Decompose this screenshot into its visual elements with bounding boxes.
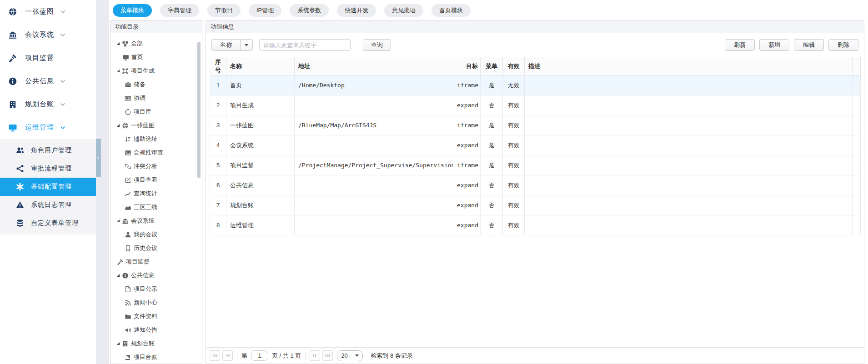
- bookmark-icon: [125, 245, 131, 252]
- tree-node-项目监督[interactable]: 项目监督: [110, 255, 202, 269]
- tree-node-通知公告[interactable]: 通知公告: [110, 323, 202, 337]
- table-row-7[interactable]: 7规划台账expand否有效: [210, 195, 861, 215]
- sidebar-subitem-label: 系统日志管理: [31, 201, 72, 209]
- sidebar-item-运维管理[interactable]: 运维管理: [0, 116, 96, 139]
- search-input[interactable]: [259, 39, 351, 51]
- share-icon: [16, 165, 24, 173]
- tree-node-我的会议[interactable]: 我的会议: [110, 228, 202, 241]
- column-header-序号: 序号: [210, 57, 226, 75]
- search-field-dropdown[interactable]: 名称: [211, 39, 253, 51]
- table-row-4[interactable]: 4会议系统expand是有效: [210, 135, 861, 155]
- tree-node-历史会议[interactable]: 历史会议: [110, 241, 202, 255]
- tab-意见批语[interactable]: 意见批语: [384, 4, 423, 17]
- prev-page-button[interactable]: [222, 350, 233, 361]
- tree-node-查询统计[interactable]: 查询统计: [110, 187, 202, 200]
- tree-node-项目台账[interactable]: 项目台账: [110, 350, 202, 364]
- tree-node-辅助选址[interactable]: 辅助选址: [110, 132, 202, 146]
- sidebar-subitem-自定义表单管理[interactable]: 自定义表单管理: [0, 214, 96, 232]
- sidebar-subitem-角色用户管理[interactable]: 角色用户管理: [0, 141, 96, 160]
- tree-expander-icon[interactable]: [117, 219, 120, 222]
- tree-expander-icon[interactable]: [117, 42, 120, 45]
- tree-scrollbar: [197, 35, 201, 361]
- tree-scrollbar-thumb[interactable]: [197, 42, 201, 178]
- tree-node-协调[interactable]: 协调: [110, 91, 202, 105]
- sidebar-subitem-label: 审批流程管理: [31, 165, 72, 173]
- tab-节假日[interactable]: 节假日: [207, 4, 241, 17]
- last-page-button[interactable]: [322, 350, 333, 361]
- tab-字典管理[interactable]: 字典管理: [160, 4, 199, 17]
- table-row-8[interactable]: 8运维管理expand否有效: [210, 215, 861, 235]
- sidebar-collapse-handle[interactable]: [96, 139, 101, 177]
- sidebar-item-一张蓝图[interactable]: 一张蓝图: [0, 0, 96, 23]
- column-header-名称: 名称: [226, 57, 295, 75]
- tree-expander-icon[interactable]: [117, 124, 120, 127]
- search-field-caret[interactable]: [240, 40, 252, 50]
- tree-node-冲突分析[interactable]: 冲突分析: [110, 160, 202, 173]
- cell: 项目监督: [226, 155, 295, 175]
- tree-node-储备[interactable]: 储备: [110, 78, 202, 91]
- tree-node-文件资料[interactable]: 文件资料: [110, 309, 202, 323]
- 删除-button[interactable]: 删除: [828, 39, 858, 51]
- sidebar-item-会议系统[interactable]: 会议系统: [0, 23, 96, 46]
- table-row-3[interactable]: 3一张蓝图/BlueMap/Map/ArcGIS4JSiframe是有效: [210, 115, 861, 135]
- sidebar-subitem-审批流程管理[interactable]: 审批流程管理: [0, 160, 96, 178]
- sidebar-subitem-基础配置管理[interactable]: 基础配置管理: [0, 178, 96, 196]
- sidebar-item-label: 公共信息: [25, 77, 54, 85]
- tree-node-项目生成[interactable]: 项目生成: [110, 64, 202, 78]
- pagination-bar: 第 页 / 共 1 页 20 检索到 8 条记录: [206, 347, 864, 364]
- chevron-down-icon: [60, 78, 66, 85]
- file-icon: [125, 286, 131, 293]
- tree-node-项目公示[interactable]: 项目公示: [110, 282, 202, 296]
- tree-node-公共信息[interactable]: 公共信息: [110, 269, 202, 282]
- page-number-input[interactable]: [251, 350, 268, 361]
- next-page-button[interactable]: [310, 350, 320, 361]
- tree-node-一张蓝图[interactable]: 一张蓝图: [110, 119, 202, 132]
- page-size-select[interactable]: 20: [337, 350, 363, 361]
- tree-node-label: 通知公告: [134, 326, 157, 334]
- table-header-row: 序号名称地址目标菜单有效描述: [210, 57, 861, 75]
- briefcase-icon: [125, 81, 131, 88]
- cell: [853, 215, 861, 235]
- sidebar-item-公共信息[interactable]: 公共信息: [0, 70, 96, 93]
- tree-node-合规性审查[interactable]: 合规性审查: [110, 146, 202, 160]
- sidebar-item-项目监督[interactable]: 项目监督: [0, 46, 96, 70]
- cell: 8: [210, 215, 226, 235]
- line-chart-icon: [125, 190, 131, 197]
- tree-expander-icon[interactable]: [117, 274, 120, 277]
- table-row-6[interactable]: 6公共信息expand否有效: [210, 175, 861, 195]
- table-row-2[interactable]: 2项目生成expand否有效: [210, 95, 861, 115]
- 刷新-button[interactable]: 刷新: [725, 39, 755, 51]
- tab-菜单模块[interactable]: 菜单模块: [113, 4, 152, 17]
- table-row-1[interactable]: 1首页/Home/Desktopiframe是无效: [210, 75, 861, 95]
- tree-node-项目库[interactable]: 项目库: [110, 105, 202, 119]
- 编辑-button[interactable]: 编辑: [794, 39, 824, 51]
- sidebar-subitem-系统日志管理[interactable]: 系统日志管理: [0, 196, 96, 214]
- function-tree: 全部首页项目生成储备协调项目库一张蓝图辅助选址合规性审查冲突分析项目查看查询统计…: [110, 33, 202, 364]
- tree-node-项目查看[interactable]: 项目查看: [110, 173, 202, 187]
- first-page-button[interactable]: [210, 350, 220, 361]
- tree-node-全部[interactable]: 全部: [110, 37, 202, 50]
- tree-node-首页[interactable]: 首页: [110, 50, 202, 64]
- cell: 有效: [503, 135, 525, 155]
- gavel-icon: [8, 54, 17, 63]
- tree-node-规划台账[interactable]: 规划台账: [110, 337, 202, 350]
- tab-首页模块[interactable]: 首页模块: [431, 4, 471, 17]
- 新增-button[interactable]: 新增: [759, 39, 789, 51]
- tab-快速开发[interactable]: 快速开发: [337, 4, 376, 17]
- tree-node-三区三线[interactable]: 三区三线: [110, 200, 202, 214]
- tab-IP管理[interactable]: IP管理: [249, 4, 281, 17]
- tree-node-label: 首页: [131, 53, 143, 61]
- query-button[interactable]: 查询: [363, 39, 391, 51]
- cell: 公共信息: [226, 175, 295, 195]
- tab-系统参数[interactable]: 系统参数: [290, 4, 329, 17]
- cell: iframe: [453, 115, 481, 135]
- tree-expander-icon[interactable]: [117, 342, 120, 345]
- tree-node-label: 项目公示: [134, 285, 157, 293]
- sidebar-subitem-label: 自定义表单管理: [31, 219, 79, 227]
- cell: 有效: [503, 95, 525, 115]
- tree-expander-icon[interactable]: [117, 70, 120, 72]
- table-row-5[interactable]: 5项目监督/ProjectManage/Project_Supervise/Su…: [210, 155, 861, 175]
- sidebar-item-规划台账[interactable]: 规划台账: [0, 93, 96, 116]
- tree-node-会议系统[interactable]: 会议系统: [110, 214, 202, 228]
- tree-node-新闻中心[interactable]: 新闻中心: [110, 296, 202, 309]
